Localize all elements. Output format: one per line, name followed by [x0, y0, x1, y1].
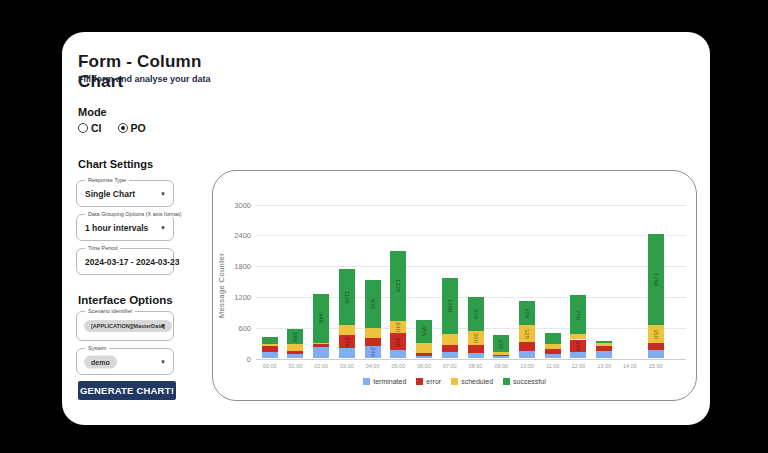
mode-label: Mode — [78, 106, 107, 118]
bar-segment-successful: 470 — [519, 301, 535, 325]
bar-value-label: 240 — [365, 346, 381, 358]
legend-swatch-icon — [503, 378, 510, 385]
bar-segment-terminated — [493, 356, 509, 358]
bar-value-label: 240 — [390, 321, 406, 333]
bar-segment-scheduled — [493, 352, 509, 355]
radio-ci[interactable]: CI — [78, 122, 102, 134]
chevron-down-icon: ▼ — [160, 359, 166, 365]
grid-line — [256, 205, 686, 206]
time-period-field[interactable]: Time Period 2024-03-17 - 2024-03-23 — [76, 248, 174, 275]
radio-po[interactable]: PO — [118, 122, 146, 134]
bar-segment-scheduled — [570, 334, 586, 339]
generate-chart-button[interactable]: GENERATE CHART! — [78, 381, 176, 400]
x-axis-tick-label: 00:00 — [257, 363, 283, 369]
system-chip: demo — [84, 355, 117, 368]
bar-segment-error — [313, 344, 329, 347]
bar-segment-terminated — [648, 350, 664, 359]
system-select[interactable]: System demo ▼ — [76, 348, 174, 375]
bar-segment-scheduled — [545, 344, 561, 349]
y-axis-title: Message Counter — [217, 236, 226, 336]
bar-segment-terminated — [416, 356, 432, 359]
x-axis-tick-label: 13:00 — [591, 363, 617, 369]
grouping-select[interactable]: Data Grouping Options (X axis format) 1 … — [76, 214, 174, 241]
bar-segment-terminated — [570, 352, 586, 359]
bar-segment-terminated — [442, 352, 458, 359]
x-axis-tick-label: 09:00 — [488, 363, 514, 369]
bar-segment-error — [519, 342, 535, 351]
bar-segment-scheduled — [313, 343, 329, 344]
x-axis-tick-label: 02:00 — [308, 363, 334, 369]
legend-swatch-icon — [451, 378, 458, 385]
legend-item-error: error — [416, 378, 441, 385]
legend-item-scheduled: scheduled — [451, 378, 493, 385]
bar-value-label: 1370 — [390, 251, 406, 321]
x-axis-tick-label: 15:00 — [643, 363, 669, 369]
bar-segment-terminated — [339, 348, 355, 358]
bar-segment-scheduled — [416, 343, 432, 353]
bar-segment-scheduled — [287, 344, 303, 351]
grid-line — [256, 235, 686, 236]
bar-value-label: 280 — [287, 329, 303, 343]
bar-segment-scheduled: 260 — [468, 331, 484, 344]
radio-circle-icon — [118, 123, 128, 133]
bar-value-label: 1105 — [339, 269, 355, 326]
x-axis-tick-label: 08:00 — [463, 363, 489, 369]
x-axis-tick-label: 03:00 — [334, 363, 360, 369]
bar-segment-successful: 330 — [493, 335, 509, 352]
bar-segment-error — [262, 346, 278, 352]
page-background: { "form": { "title": "Form - Column Char… — [0, 0, 768, 453]
bar-value-label: 940 — [313, 294, 329, 342]
bar-segment-scheduled — [339, 325, 355, 334]
bar-segment-scheduled — [365, 328, 381, 338]
bar-segment-terminated — [390, 350, 406, 358]
x-axis-tick-label: 05:00 — [385, 363, 411, 369]
bar-value-label: 350 — [648, 325, 664, 343]
mode-radio-group: CI PO — [78, 122, 146, 134]
scenario-identifier-select[interactable]: Scenario Identifier [APPLICATION][Master… — [76, 311, 174, 341]
bar-segment-terminated — [313, 347, 329, 359]
scenario-chip: [APPLICATION][MasterData] — [84, 320, 172, 332]
bar-segment-successful — [596, 341, 612, 343]
bar-segment-error — [287, 351, 303, 354]
bar-value-label: 330 — [493, 335, 509, 352]
bar-value-label: 330 — [390, 333, 406, 350]
x-axis-tick-label: 12:00 — [565, 363, 591, 369]
main-card: Form - Column Chart Fill form and analys… — [62, 32, 710, 425]
bar-segment-successful: 940 — [313, 294, 329, 342]
time-period-label: Time Period — [85, 245, 120, 251]
grid-line — [256, 266, 686, 267]
bar-value-label: 1780 — [648, 234, 664, 325]
response-type-select[interactable]: Response Type Single Chart ▼ — [76, 180, 174, 207]
bar-value-label: 240 — [570, 340, 586, 352]
system-label: System — [85, 345, 109, 351]
bar-segment-error: 240 — [570, 340, 586, 352]
radio-po-label: PO — [131, 122, 146, 134]
bar-segment-scheduled — [442, 334, 458, 345]
bar-segment-scheduled: 350 — [648, 325, 664, 343]
bar-value-label: 455 — [416, 320, 432, 343]
chart-panel: 06001200180024003000Message Counter00:00… — [212, 170, 697, 401]
x-axis-tick-label: 14:00 — [617, 363, 643, 369]
scenario-identifier-label: Scenario Identifier — [85, 308, 135, 314]
interface-options-heading: Interface Options — [78, 294, 173, 306]
legend-swatch-icon — [363, 378, 370, 385]
bar-segment-successful: 1080 — [442, 278, 458, 333]
bar-value-label: 260 — [468, 331, 484, 344]
x-axis-tick-label: 10:00 — [514, 363, 540, 369]
bar-segment-successful: 1105 — [339, 269, 355, 326]
bar-segment-terminated — [468, 353, 484, 359]
legend-item-successful: successful — [503, 378, 546, 385]
radio-circle-icon — [78, 123, 88, 133]
bar-segment-terminated: 240 — [365, 346, 381, 358]
x-axis-tick-label: 01:00 — [282, 363, 308, 369]
bar-value-label: 325 — [519, 325, 535, 342]
page-subtitle: Fill form and analyse your data — [78, 74, 211, 84]
legend-label: scheduled — [461, 378, 493, 385]
chart-settings-heading: Chart Settings — [78, 158, 153, 170]
radio-ci-label: CI — [91, 122, 102, 134]
form-panel: Form - Column Chart Fill form and analys… — [62, 32, 232, 425]
bar-segment-error — [648, 343, 664, 349]
bar-segment-terminated — [545, 354, 561, 358]
bar-segment-scheduled — [262, 344, 278, 346]
stacked-column-chart: 06001200180024003000Message Counter00:00… — [213, 171, 696, 400]
